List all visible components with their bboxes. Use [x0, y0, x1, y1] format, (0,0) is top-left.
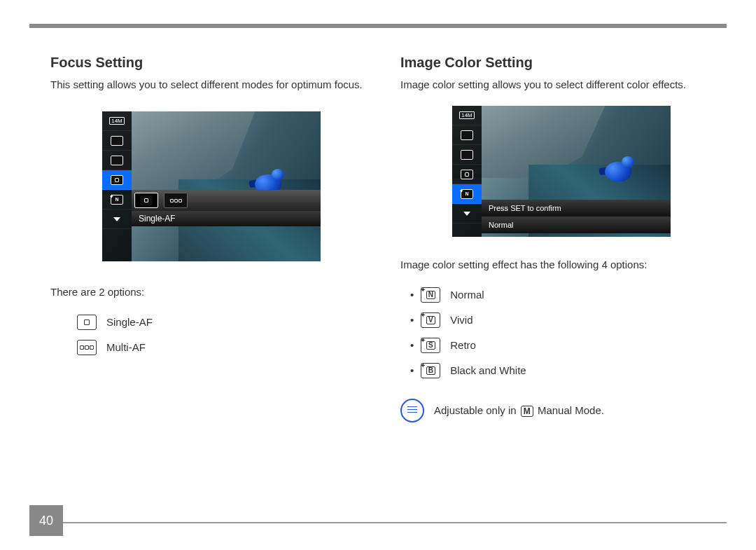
hint-row: Press SET to confirm	[482, 200, 671, 216]
res-14m-icon: 14M	[452, 106, 482, 125]
bw-color-icon: ✦B	[421, 363, 440, 378]
content-columns: Focus Setting This setting allows you to…	[50, 55, 722, 501]
quality-icon	[102, 131, 132, 151]
color-screen-illustration: 14M ✦N Press SET to confirm Normal	[452, 106, 671, 237]
vivid-color-icon: ✦V	[421, 312, 440, 328]
metering-icon	[102, 151, 132, 170]
camera-sidebar: 14M ✦N	[102, 111, 132, 261]
focus-options-intro: There are 2 options:	[50, 285, 372, 299]
color-description: Image color setting allows you to select…	[400, 78, 722, 92]
focus-mode-icon	[452, 165, 482, 184]
single-af-option-icon	[134, 193, 158, 208]
color-mode-icon: ✦N	[452, 184, 482, 204]
color-selected-label-row: Normal	[482, 216, 671, 233]
quality-icon	[452, 125, 482, 145]
chevron-down-icon	[102, 209, 132, 229]
list-item: Single-AF	[77, 310, 372, 335]
multi-af-icon	[77, 340, 97, 355]
focus-options-list: Single-AF Multi-AF	[77, 310, 372, 360]
image-color-column: Image Color Setting Image color setting …	[400, 55, 722, 501]
metering-icon	[452, 145, 482, 165]
retro-color-icon: ✦S	[421, 338, 440, 353]
page-number: 40	[29, 505, 63, 536]
focus-screen-illustration: 14M ✦N Single-AF	[102, 111, 321, 261]
note-text: Adjustable only in M Manual Mode.	[434, 404, 604, 417]
color-options-intro: Image color setting effect has the follo…	[400, 258, 722, 272]
list-item: ✦S Retro	[400, 333, 722, 358]
manual-mode-glyph: M	[521, 406, 533, 417]
chevron-down-icon	[452, 204, 482, 224]
focus-description: This setting allows you to select differ…	[50, 78, 372, 92]
header-rule	[29, 24, 727, 28]
focus-option-strip	[132, 190, 321, 211]
color-mode-icon: ✦N	[102, 190, 132, 209]
list-item: ✦V Vivid	[400, 308, 722, 333]
camera-sidebar: 14M ✦N	[452, 106, 482, 237]
multi-af-option-icon	[164, 193, 188, 208]
focus-heading: Focus Setting	[50, 55, 372, 71]
focus-mode-icon	[102, 170, 132, 190]
footer-rule	[29, 522, 727, 523]
color-options-list: ✦N Normal ✦V Vivid ✦S Retro ✦B Black and…	[400, 282, 722, 383]
note-icon	[400, 399, 424, 422]
list-item: Multi-AF	[77, 335, 372, 360]
focus-selected-label-row: Single-AF	[132, 211, 321, 226]
manual-page: Focus Setting This setting allows you to…	[0, 0, 756, 550]
color-heading: Image Color Setting	[400, 55, 722, 71]
normal-color-icon: ✦N	[421, 287, 440, 303]
focus-setting-column: Focus Setting This setting allows you to…	[50, 55, 372, 501]
manual-mode-note: Adjustable only in M Manual Mode.	[400, 399, 722, 422]
single-af-icon	[77, 315, 97, 330]
res-14m-icon: 14M	[102, 111, 132, 131]
list-item: ✦B Black and White	[400, 358, 722, 383]
list-item: ✦N Normal	[400, 282, 722, 308]
